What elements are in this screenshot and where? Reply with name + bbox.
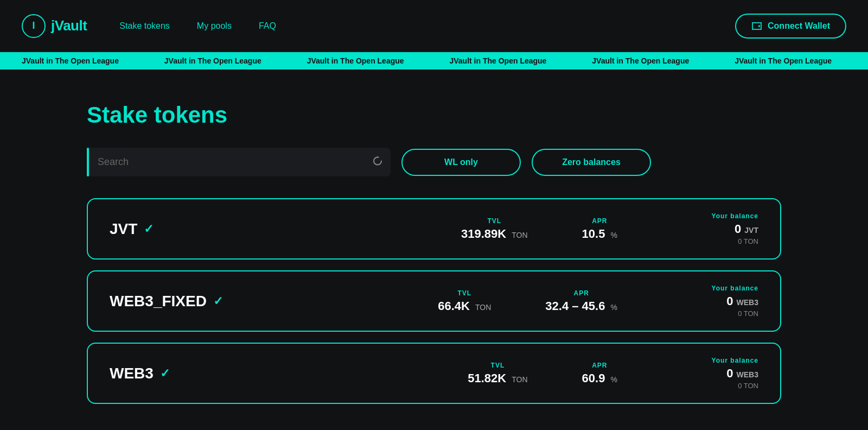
- logo-icon: I: [22, 14, 46, 38]
- nav-faq[interactable]: FAQ: [259, 21, 276, 31]
- verified-icon-jvt: ✓: [144, 222, 154, 236]
- controls-bar: WL only Zero balances: [87, 148, 781, 176]
- ticker-banner: JVault in The Open League JVault in The …: [0, 52, 868, 69]
- token-row-jvt[interactable]: JVT ✓ TVL 319.89K TON APR 10.5 %: [87, 198, 781, 260]
- balance-block-web3: Your balance 0 WEB3 0 TON: [672, 357, 758, 390]
- token-name-jvt: JVT ✓: [110, 220, 294, 238]
- nav-my-pools[interactable]: My pools: [197, 21, 232, 31]
- token-name-web3-fixed: WEB3_FIXED ✓: [110, 293, 294, 310]
- ticker-content: JVault in The Open League JVault in The …: [0, 56, 868, 65]
- token-list: JVT ✓ TVL 319.89K TON APR 10.5 %: [87, 198, 781, 404]
- main-content: Stake tokens WL only Zero balances JVT ✓: [0, 69, 868, 426]
- token-stats-web3: TVL 51.82K TON APR 60.9 % Your balance: [294, 357, 758, 390]
- connect-wallet-button[interactable]: Connect Wallet: [735, 14, 846, 39]
- page-title: Stake tokens: [87, 102, 781, 128]
- nav-stake-tokens[interactable]: Stake tokens: [119, 21, 170, 31]
- search-input[interactable]: [87, 148, 391, 176]
- logo-text: jVault: [51, 17, 87, 34]
- token-stats-web3-fixed: TVL 66.4K TON APR 32.4 – 45.6 % Your bal…: [294, 284, 758, 318]
- tvl-block-jvt: TVL 319.89K TON: [461, 217, 528, 241]
- token-row-web3[interactable]: WEB3 ✓ TVL 51.82K TON APR 60.9 %: [87, 343, 781, 404]
- search-wrapper: [87, 148, 391, 176]
- apr-block-jvt: APR 10.5 %: [582, 217, 617, 241]
- main-nav: Stake tokens My pools FAQ: [119, 21, 735, 31]
- wl-only-button[interactable]: WL only: [401, 149, 521, 176]
- token-name-web3: WEB3 ✓: [110, 365, 294, 382]
- tvl-block-web3-fixed: TVL 66.4K TON: [438, 289, 491, 313]
- tvl-block-web3: TVL 51.82K TON: [468, 362, 527, 385]
- token-stats-jvt: TVL 319.89K TON APR 10.5 % Your balance: [294, 212, 758, 245]
- token-row-web3-fixed[interactable]: WEB3_FIXED ✓ TVL 66.4K TON APR 32.4 – 45…: [87, 270, 781, 332]
- apr-block-web3: APR 60.9 %: [582, 362, 617, 385]
- verified-icon-web3-fixed: ✓: [213, 294, 223, 308]
- verified-icon-web3: ✓: [160, 366, 170, 381]
- search-icon-button[interactable]: [372, 155, 383, 169]
- apr-block-web3-fixed: APR 32.4 – 45.6 %: [545, 289, 617, 313]
- balance-block-jvt: Your balance 0 JVT 0 TON: [672, 212, 758, 245]
- wallet-icon: [751, 22, 762, 30]
- refresh-icon: [372, 155, 383, 166]
- balance-block-web3-fixed: Your balance 0 WEB3 0 TON: [672, 284, 758, 318]
- search-border-accent: [87, 148, 89, 176]
- header: I jVault Stake tokens My pools FAQ Conne…: [0, 0, 868, 52]
- logo-area: I jVault: [22, 14, 87, 38]
- zero-balances-button[interactable]: Zero balances: [532, 149, 651, 176]
